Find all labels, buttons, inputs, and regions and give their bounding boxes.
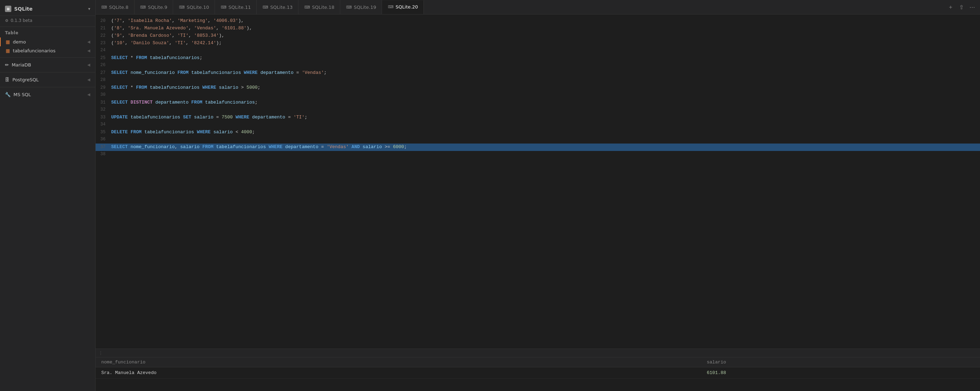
sidebar-group-mariadb-left: ✏ MariaDB	[5, 62, 31, 68]
tab-label-sqlite8: SQLite.8	[109, 5, 129, 10]
share-button[interactable]: ⇧	[958, 3, 965, 12]
tab-label-sqlite18: SQLite.18	[312, 5, 334, 10]
tab-label-sqlite10: SQLite.10	[186, 5, 209, 10]
more-options-button[interactable]: ⋯	[968, 3, 977, 12]
code-line-34: 34	[95, 121, 980, 129]
code-line-20: 20 ('7', 'Isabella Rocha', 'Marketing', …	[95, 17, 980, 25]
cell-nome-funcionario: Sra. Manuela Azevedo	[95, 367, 701, 378]
code-line-28: 28	[95, 77, 980, 84]
version-label: 0.1.3 beta	[11, 18, 32, 23]
code-line-21: 21 ('8', 'Sra. Manuela Azevedo', 'Vendas…	[95, 25, 980, 32]
tab-sqlite8[interactable]: ⌨ SQLite.8	[95, 0, 135, 14]
sidebar: ▦ SQLite ▾ ⚙ 0.1.3 beta Table ▦ demo ◀ ▦…	[0, 0, 95, 391]
code-line-27: 27 SELECT nome_funcionario FROM tabelafu…	[95, 69, 980, 77]
tab-file-icon-sqlite13: ⌨	[262, 5, 268, 9]
table-icon-tabelafuncionarios: ▦	[6, 48, 10, 53]
sidebar-item-demo-left: ▦ demo	[6, 39, 26, 44]
tab-sqlite13[interactable]: ⌨ SQLite.13	[257, 0, 299, 14]
tabs-bar: ⌨ SQLite.8 ⌨ SQLite.9 ⌨ SQLite.10 ⌨ SQLi…	[95, 0, 980, 14]
col-header-salario: salario	[701, 358, 980, 367]
tab-sqlite9[interactable]: ⌨ SQLite.9	[135, 0, 173, 14]
sidebar-item-tabelafuncionarios-label: tabelafuncionarios	[13, 48, 56, 53]
col-header-nome-funcionario: nome_funcionario	[95, 358, 701, 367]
sidebar-item-demo-label: demo	[13, 39, 26, 44]
code-line-35: 35 DELETE FROM tabelafuncionarios WHERE …	[95, 129, 980, 136]
sidebar-item-tabelafuncionarios[interactable]: ▦ tabelafuncionarios ◀	[0, 46, 95, 55]
sidebar-header: ▦ SQLite ▾	[0, 3, 95, 16]
sidebar-divider-2	[0, 72, 95, 73]
editor-area[interactable]: 20 ('7', 'Isabella Rocha', 'Marketing', …	[95, 14, 980, 348]
tab-file-icon-sqlite11: ⌨	[221, 5, 226, 9]
version-badge: ⚙ 0.1.3 beta	[0, 16, 95, 27]
code-line-24: 24	[95, 47, 980, 54]
tab-sqlite20[interactable]: ⌨ SQLite.20	[382, 0, 424, 14]
results-drag-handle[interactable]: ⋮	[99, 350, 103, 356]
mariadb-chevron-icon: ◀	[88, 63, 90, 67]
cell-salario: 6101.88	[701, 367, 980, 378]
results-body: Sra. Manuela Azevedo 6101.88	[95, 367, 980, 378]
sidebar-divider-1	[0, 57, 95, 58]
version-icon: ⚙	[5, 18, 8, 23]
tab-label-sqlite11: SQLite.11	[228, 5, 251, 10]
code-line-31: 31 SELECT DISTINCT departamento FROM tab…	[95, 99, 980, 106]
table-row: Sra. Manuela Azevedo 6101.88	[95, 367, 980, 378]
postgresql-chevron-icon: ◀	[88, 78, 90, 82]
code-line-36: 36	[95, 136, 980, 144]
main-content: ⌨ SQLite.8 ⌨ SQLite.9 ⌨ SQLite.10 ⌨ SQLi…	[95, 0, 980, 391]
tab-label-sqlite19: SQLite.19	[354, 5, 376, 10]
sidebar-group-mssql[interactable]: 🔧 MS SQL ◀	[0, 89, 95, 100]
tab-file-icon-sqlite18: ⌨	[304, 5, 310, 9]
tab-sqlite19[interactable]: ⌨ SQLite.19	[340, 0, 382, 14]
sidebar-divider-3	[0, 87, 95, 87]
mariadb-label: MariaDB	[12, 62, 31, 68]
tab-label-sqlite13: SQLite.13	[270, 5, 293, 10]
sidebar-title: SQLite	[14, 6, 33, 12]
results-header-row: nome_funcionario salario	[95, 358, 980, 367]
tab-file-icon-sqlite8: ⌨	[101, 5, 107, 9]
demo-chevron-icon: ◀	[88, 40, 90, 44]
tabelafuncionarios-chevron-icon: ◀	[88, 48, 90, 53]
code-line-22: 22 ('9', 'Brenda Cardoso', 'TI', '8853.3…	[95, 32, 980, 40]
sidebar-group-mssql-left: 🔧 MS SQL	[5, 92, 31, 97]
code-line-30: 30	[95, 92, 980, 99]
tab-label-sqlite20: SQLite.20	[396, 4, 418, 9]
mssql-label: MS SQL	[13, 92, 31, 97]
results-area: ⋮ nome_funcionario salario Sra. Manuela …	[95, 348, 980, 391]
table-icon-demo: ▦	[6, 39, 10, 44]
results-table: nome_funcionario salario Sra. Manuela Az…	[95, 358, 980, 378]
tab-sqlite11[interactable]: ⌨ SQLite.11	[215, 0, 257, 14]
tab-actions: ＋ ⇧ ⋯	[943, 2, 980, 13]
sidebar-logo: ▦ SQLite	[5, 6, 33, 12]
section-table-label: Table	[0, 27, 95, 38]
sqlite-icon: ▦	[5, 6, 11, 12]
sidebar-item-demo[interactable]: ▦ demo ◀	[0, 38, 95, 46]
tab-sqlite10[interactable]: ⌨ SQLite.10	[173, 0, 215, 14]
tab-file-icon-sqlite9: ⌨	[140, 5, 146, 9]
sidebar-group-mariadb[interactable]: ✏ MariaDB ◀	[0, 60, 95, 70]
tab-sqlite18[interactable]: ⌨ SQLite.18	[299, 0, 340, 14]
sidebar-group-postgresql-left: 🗄 PostgreSQL	[5, 77, 38, 82]
add-tab-button[interactable]: ＋	[947, 2, 955, 13]
sidebar-collapse-icon[interactable]: ▾	[88, 6, 90, 11]
postgresql-icon: 🗄	[5, 77, 10, 82]
tab-file-icon-sqlite20: ⌨	[388, 5, 393, 9]
sidebar-group-postgresql[interactable]: 🗄 PostgreSQL ◀	[0, 74, 95, 85]
code-line-23: 23 ('10', 'Danilo Souza', 'TI', '8242.14…	[95, 40, 980, 47]
results-header: ⋮	[95, 349, 980, 358]
code-line-29: 29 SELECT * FROM tabelafuncionarios WHER…	[95, 84, 980, 92]
mariadb-icon: ✏	[5, 62, 9, 68]
code-line-38: 38	[95, 151, 980, 158]
mssql-chevron-icon: ◀	[88, 92, 90, 97]
code-line-33: 33 UPDATE tabelafuncionarios SET salario…	[95, 114, 980, 121]
mssql-icon: 🔧	[5, 92, 11, 97]
code-line-26: 26	[95, 62, 980, 69]
sidebar-item-tabelafuncionarios-left: ▦ tabelafuncionarios	[6, 48, 56, 53]
postgresql-label: PostgreSQL	[13, 77, 38, 82]
code-line-32: 32	[95, 106, 980, 114]
tab-file-icon-sqlite19: ⌨	[346, 5, 352, 9]
tab-file-icon-sqlite10: ⌨	[179, 5, 185, 9]
code-line-37: 37 SELECT nome_funcionario, salario FROM…	[95, 144, 980, 151]
code-line-25: 25 SELECT * FROM tabelafuncionarios;	[95, 54, 980, 62]
tab-label-sqlite9: SQLite.9	[148, 5, 167, 10]
